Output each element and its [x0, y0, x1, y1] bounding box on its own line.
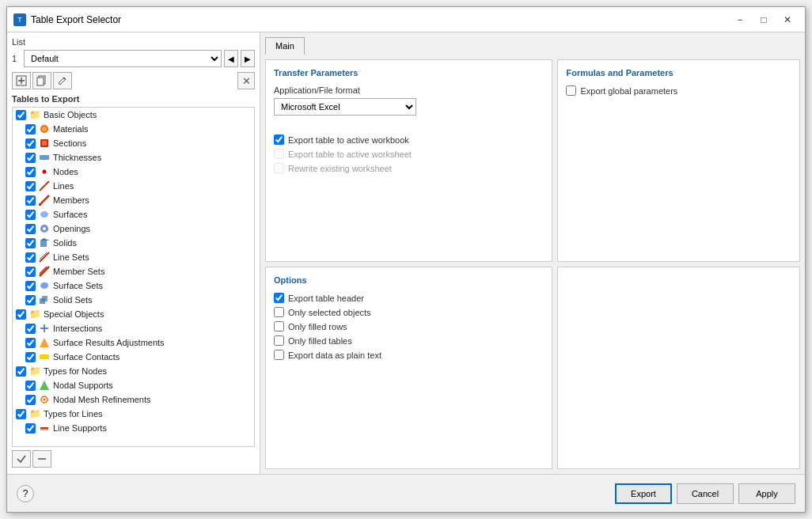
tree-item-checkbox[interactable]: [25, 195, 36, 206]
tree-item-checkbox[interactable]: [25, 124, 36, 134]
tree-item-checkbox[interactable]: [25, 238, 36, 248]
surfaceadj-icon: [38, 336, 51, 349]
tree-item-checkbox[interactable]: [16, 409, 26, 419]
tree-item-checkbox[interactable]: [16, 309, 26, 320]
tree-item[interactable]: Nodal Supports: [13, 378, 254, 392]
svg-line-20: [40, 252, 49, 262]
tabs-row: Main: [265, 37, 800, 55]
tree-item[interactable]: 📁Types for Lines: [13, 407, 254, 421]
export-global-params-label[interactable]: Export global parameters: [580, 86, 677, 96]
tree-item[interactable]: Surface Results Adjustments: [13, 335, 254, 350]
tree-item-checkbox[interactable]: [25, 224, 36, 234]
materials-icon: [38, 123, 51, 135]
tree-item[interactable]: Surfaces: [13, 207, 254, 222]
maximize-button[interactable]: □: [753, 12, 775, 28]
export-global-params-checkbox[interactable]: [566, 85, 576, 96]
tree-item-checkbox[interactable]: [25, 352, 36, 362]
apply-button[interactable]: Apply: [738, 483, 795, 504]
export-data-plain-text-checkbox[interactable]: [274, 350, 284, 360]
tree-item[interactable]: Openings: [13, 222, 254, 236]
tree-item[interactable]: Materials: [13, 122, 254, 136]
only-filled-rows-label[interactable]: Only filled rows: [288, 322, 347, 331]
tree-item[interactable]: Lines: [13, 179, 254, 193]
export-table-active-worksheet-checkbox[interactable]: [274, 149, 284, 159]
close-button[interactable]: ✕: [776, 12, 799, 28]
tree-item-checkbox[interactable]: [16, 366, 26, 377]
export-table-header-checkbox[interactable]: [274, 293, 284, 303]
export-data-plain-text-row: Export data as plain text: [274, 350, 544, 360]
tree-item-checkbox[interactable]: [25, 210, 36, 220]
tree-item[interactable]: Surface Sets: [13, 278, 254, 293]
only-filled-rows-row: Only filled rows: [274, 321, 544, 331]
tree-item-checkbox[interactable]: [25, 281, 36, 291]
only-selected-objects-checkbox[interactable]: [274, 307, 284, 317]
tree-item-checkbox[interactable]: [25, 395, 36, 405]
clear-button[interactable]: ✕: [237, 72, 255, 89]
tree-item[interactable]: Member Sets: [13, 264, 254, 278]
export-table-header-row: Export table header: [274, 293, 544, 303]
svg-rect-4: [37, 78, 44, 85]
rewrite-existing-worksheet-checkbox[interactable]: [274, 163, 284, 173]
copy-list-button[interactable]: [32, 72, 51, 89]
folder-icon: 📁: [28, 308, 41, 320]
tree-item-checkbox[interactable]: [16, 110, 26, 120]
export-table-header-label[interactable]: Export table header: [288, 294, 364, 303]
list-prev-button[interactable]: ◀: [224, 50, 238, 67]
tree-item[interactable]: Solids: [13, 236, 254, 250]
tree-item-label: Member Sets: [53, 267, 104, 276]
tree-item[interactable]: 📁Special Objects: [13, 307, 254, 321]
tree-item-checkbox[interactable]: [25, 267, 36, 277]
tree-item[interactable]: Line Supports: [13, 421, 254, 435]
tree-item[interactable]: Solid Sets: [13, 293, 254, 307]
list-dropdown[interactable]: Default: [24, 50, 222, 67]
tree-item-checkbox[interactable]: [25, 295, 36, 305]
tree-item-checkbox[interactable]: [25, 167, 36, 177]
tree-item-label: Lines: [53, 181, 74, 191]
title-bar-controls: − □ ✕: [729, 12, 799, 28]
only-filled-tables-label[interactable]: Only filled tables: [288, 336, 352, 346]
app-file-format-dropdown[interactable]: Microsoft Excel: [274, 98, 416, 116]
tree-item[interactable]: Sections: [13, 136, 254, 150]
new-list-button[interactable]: [12, 72, 31, 89]
tree-item[interactable]: Thicknesses: [13, 150, 254, 165]
folder-icon: 📁: [28, 407, 41, 420]
help-button[interactable]: ?: [17, 485, 34, 502]
tree-item[interactable]: 📁Basic Objects: [13, 108, 254, 122]
uncheck-all-button[interactable]: [32, 450, 51, 468]
only-filled-tables-checkbox[interactable]: [274, 335, 284, 346]
export-data-plain-text-label[interactable]: Export data as plain text: [288, 350, 381, 360]
list-next-button[interactable]: ▶: [241, 50, 255, 67]
tree-item[interactable]: Nodes: [13, 165, 254, 179]
check-all-button[interactable]: [12, 450, 31, 468]
tab-main[interactable]: Main: [265, 37, 305, 55]
tree-item[interactable]: Intersections: [13, 321, 254, 335]
tree-item-checkbox[interactable]: [25, 381, 36, 391]
lines-icon: [38, 180, 51, 192]
solids-icon: [38, 237, 51, 249]
tree-item-checkbox[interactable]: [25, 153, 36, 163]
minimize-button[interactable]: −: [729, 12, 751, 28]
options-panel: Options Export table header Only selecte…: [265, 267, 552, 469]
tree-item[interactable]: Surface Contacts: [13, 350, 254, 364]
tree-item-checkbox[interactable]: [25, 338, 36, 348]
export-table-active-worksheet-label: Export table to active worksheet: [288, 150, 412, 159]
edit-list-button[interactable]: [53, 72, 72, 89]
tree-item-checkbox[interactable]: [25, 423, 36, 434]
export-table-active-workbook-label[interactable]: Export table to active workbook: [288, 135, 409, 145]
tree-item[interactable]: 📁Types for Nodes: [13, 364, 254, 378]
tree-item-label: Types for Nodes: [44, 366, 107, 376]
cancel-button[interactable]: Cancel: [677, 483, 734, 504]
tree-item[interactable]: Nodal Mesh Refinements: [13, 392, 254, 407]
tree-item-checkbox[interactable]: [25, 181, 36, 191]
export-button[interactable]: Export: [615, 483, 672, 504]
tree-item-checkbox[interactable]: [25, 252, 36, 263]
only-selected-objects-label[interactable]: Only selected objects: [288, 308, 371, 317]
tree-item-checkbox[interactable]: [25, 324, 36, 334]
export-table-active-workbook-checkbox[interactable]: [274, 134, 284, 145]
tree-item-label: Nodal Supports: [53, 381, 113, 390]
only-filled-rows-checkbox[interactable]: [274, 321, 284, 331]
tree-item[interactable]: Line Sets: [13, 250, 254, 264]
tree-item-checkbox[interactable]: [25, 138, 36, 149]
svg-marker-19: [40, 238, 50, 241]
tree-item[interactable]: Members: [13, 193, 254, 207]
